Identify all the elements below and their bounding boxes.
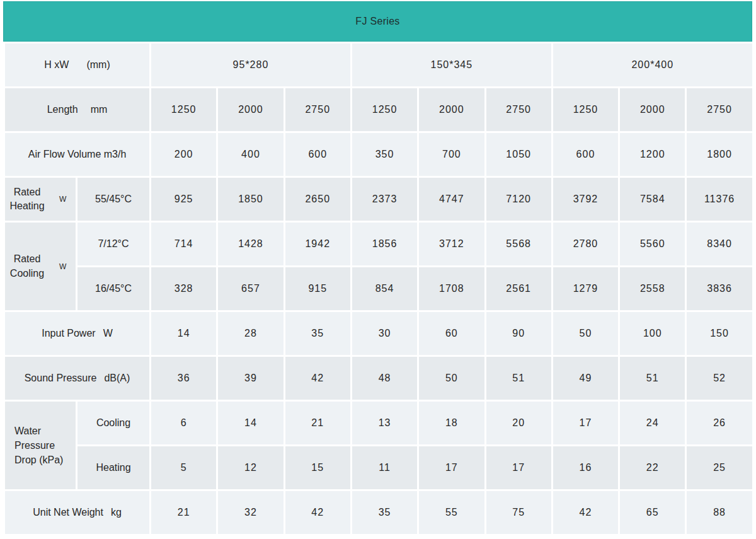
row-label-unit-net-weight: Unit Net Weightkg [4,490,151,535]
input-power-label: Input Power [42,328,95,339]
air-flow-value-cell: 1050 [485,132,552,177]
sound-pressure-value-cell: 42 [284,356,351,401]
dimensions-unit: (mm) [86,59,110,70]
water-pressure-value-cell: 26 [686,401,753,446]
input-power-value-cell: 150 [686,311,753,356]
series-title: FJ Series [355,16,399,27]
length-value-cell: 1250 [351,88,418,132]
input-power-value-cell: 35 [284,311,351,356]
input-power-value-cell: 100 [619,311,686,356]
dimension-group-cell: 200*400 [552,43,753,88]
air-flow-value-cell: 350 [351,132,418,177]
length-value-cell: 2000 [418,88,485,132]
rated-cooling-value-cell: 1942 [284,222,351,267]
air-flow-value-cell: 600 [284,132,351,177]
row-label-input-power: Input PowerW [4,311,151,356]
length-value-cell: 2000 [217,88,284,132]
rated-cooling-unit: W [59,262,66,271]
rated-heating-value-cell: 1850 [217,177,284,222]
rated-heating-value-cell: 7120 [485,177,552,222]
water-pressure-mode: Heating [77,446,151,490]
input-power-value-cell: 30 [351,311,418,356]
unit-net-weight-value-cell: 75 [485,490,552,535]
unit-net-weight-value-cell: 42 [284,490,351,535]
rated-heating-value-cell: 925 [151,177,217,222]
rated-heating-value-cell: 2373 [351,177,418,222]
rated-cooling-value-cell: 8340 [686,222,753,267]
unit-net-weight-label: Unit Net Weight [33,507,103,518]
sound-pressure-value-cell: 36 [151,356,217,401]
row-label-air-flow: Air Flow Volume m3/h [4,132,151,177]
rated-heating-value-cell: 3792 [552,177,619,222]
water-pressure-mode: Cooling [77,401,151,446]
length-value-cell: 2750 [485,88,552,132]
rated-cooling-condition: 16/45°C [77,267,151,311]
rated-cooling-value-cell: 328 [151,267,217,311]
water-pressure-value-cell: 12 [217,446,284,490]
row-rated-cooling-2: 16/45°C 328 657 915 854 1708 2561 1279 2… [4,267,753,311]
unit-net-weight-value-cell: 88 [686,490,753,535]
row-label-sound-pressure: Sound PressuredB(A) [4,356,151,401]
sound-pressure-label: Sound Pressure [25,373,97,383]
row-rated-cooling-1: Rated Cooling W 7/12°C 714 1428 1942 185… [4,222,753,267]
rated-cooling-value-cell: 1856 [351,222,418,267]
spec-sheet: FJ Series H xW(mm) 95*280 150*345 200*40… [3,1,752,536]
water-pressure-value-cell: 11 [351,446,418,490]
unit-net-weight-value-cell: 65 [619,490,686,535]
length-value-cell: 2750 [284,88,351,132]
dimensions-label: H xW [44,59,69,70]
rated-heating-label: Rated Heating [5,185,49,214]
water-pressure-value-cell: 17 [418,446,485,490]
row-label-length: Lengthmm [4,88,151,132]
rated-heating-condition: 55/45°C [77,177,151,222]
row-label-water-pressure-drop: Water Pressure Drop (kPa) [4,401,77,490]
row-dimensions: H xW(mm) 95*280 150*345 200*400 [4,43,753,88]
air-flow-value-cell: 1200 [619,132,686,177]
unit-net-weight-value-cell: 32 [217,490,284,535]
input-power-value-cell: 90 [485,311,552,356]
sound-pressure-value-cell: 39 [217,356,284,401]
row-input-power: Input PowerW 14 28 35 30 60 90 50 100 15… [4,311,753,356]
water-pressure-value-cell: 24 [619,401,686,446]
air-flow-value-cell: 400 [217,132,284,177]
rated-cooling-label: Rated Cooling [5,252,49,281]
input-power-value-cell: 50 [552,311,619,356]
input-power-value-cell: 14 [151,311,217,356]
rated-heating-unit: W [59,195,66,204]
series-header-banner: FJ Series [3,1,752,42]
rated-heating-value-cell: 11376 [686,177,753,222]
air-flow-value-cell: 200 [151,132,217,177]
water-pressure-value-cell: 21 [284,401,351,446]
water-pressure-value-cell: 14 [217,401,284,446]
water-pressure-value-cell: 18 [418,401,485,446]
rated-heating-value-cell: 2650 [284,177,351,222]
length-value-cell: 1250 [552,88,619,132]
rated-cooling-value-cell: 1708 [418,267,485,311]
rated-cooling-value-cell: 5568 [485,222,552,267]
rated-cooling-value-cell: 1428 [217,222,284,267]
rated-cooling-value-cell: 2558 [619,267,686,311]
rated-heating-value-cell: 7584 [619,177,686,222]
water-pressure-value-cell: 22 [619,446,686,490]
unit-net-weight-value-cell: 35 [351,490,418,535]
input-power-unit: W [103,328,113,339]
input-power-value-cell: 28 [217,311,284,356]
row-label-rated-heating: Rated Heating W [4,177,77,222]
dimension-group-cell: 95*280 [151,43,352,88]
sound-pressure-value-cell: 51 [485,356,552,401]
rated-cooling-value-cell: 854 [351,267,418,311]
sound-pressure-unit: dB(A) [104,373,130,383]
length-label: Length [47,104,78,115]
row-air-flow: Air Flow Volume m3/h 200 400 600 350 700… [4,132,753,177]
water-pressure-value-cell: 13 [351,401,418,446]
row-label-rated-cooling: Rated Cooling W [4,222,77,311]
air-flow-value-cell: 600 [552,132,619,177]
sound-pressure-value-cell: 52 [686,356,753,401]
length-unit: mm [91,104,108,115]
sound-pressure-value-cell: 48 [351,356,418,401]
row-unit-net-weight: Unit Net Weightkg 21 32 42 35 55 75 42 6… [4,490,753,535]
dimension-group-cell: 150*345 [351,43,552,88]
spec-table: H xW(mm) 95*280 150*345 200*400 Lengthmm… [3,42,754,536]
row-length: Lengthmm 1250 2000 2750 1250 2000 2750 1… [4,88,753,132]
unit-net-weight-value-cell: 55 [418,490,485,535]
